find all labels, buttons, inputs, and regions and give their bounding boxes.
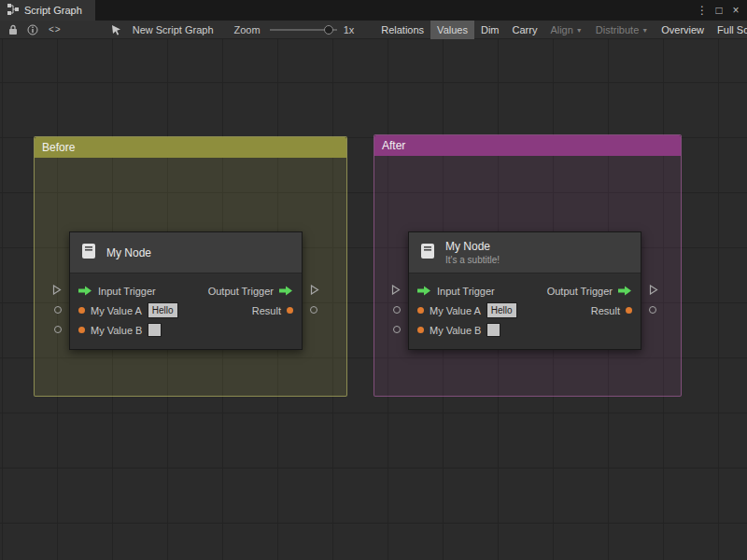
result-port-icon[interactable]	[626, 307, 632, 314]
value-b-field[interactable]	[148, 323, 162, 337]
external-value-port-left[interactable]	[393, 306, 401, 314]
script-graph-window: Script Graph ⋮ □ × <> New Script Graph Z…	[0, 0, 747, 560]
overview-button[interactable]: Overview	[655, 21, 711, 39]
node-subtitle: It's a subtitle!	[445, 255, 500, 265]
graph-name-group: New Script Graph	[103, 21, 214, 39]
value-port-icon[interactable]	[78, 307, 85, 314]
tab-title: Script Graph	[24, 5, 82, 16]
external-value-port-right[interactable]	[310, 306, 317, 314]
port-label-result: Result	[252, 305, 281, 316]
lock-icon[interactable]	[4, 21, 22, 39]
tab-bar: Script Graph ⋮ □ ×	[0, 0, 747, 21]
graph-name[interactable]: New Script Graph	[133, 24, 214, 35]
result-port-icon[interactable]	[287, 307, 293, 314]
value-a-field[interactable]: Hello	[486, 302, 517, 318]
port-label-output-trigger: Output Trigger	[208, 286, 274, 297]
full-screen-button[interactable]: Full Screen	[711, 21, 747, 39]
zoom-group: Zoom 1x	[234, 23, 355, 36]
external-trigger-port-left[interactable]	[52, 285, 62, 295]
node-title: My Node	[445, 240, 500, 253]
group-before-title: Before	[42, 141, 75, 154]
info-icon[interactable]	[22, 21, 43, 39]
code-icon[interactable]: <>	[43, 21, 67, 39]
dim-button[interactable]: Dim	[474, 21, 506, 39]
window-maximize-icon[interactable]: □	[712, 0, 726, 21]
values-button[interactable]: Values	[430, 21, 474, 39]
tab-script-graph[interactable]: Script Graph	[0, 0, 95, 21]
zoom-slider-handle[interactable]	[324, 25, 333, 35]
value-port-icon[interactable]	[417, 327, 424, 333]
value-port-icon[interactable]	[417, 307, 424, 314]
graph-toolbar: <> New Script Graph Zoom 1x Relations Va…	[0, 21, 747, 39]
port-label-value-a: My Value A	[430, 305, 481, 316]
window-close-icon[interactable]: ×	[728, 0, 743, 21]
port-label-value-b: My Value B	[430, 325, 481, 336]
port-label-output-trigger: Output Trigger	[547, 286, 613, 297]
external-value-port-left[interactable]	[54, 326, 62, 333]
port-label-result: Result	[591, 305, 620, 316]
external-trigger-port-left[interactable]	[391, 285, 401, 295]
value-b-field[interactable]	[486, 323, 500, 337]
graph-pointer-icon	[106, 21, 127, 39]
node-title: My Node	[106, 246, 151, 259]
node-my-node-before[interactable]: My Node Input Trigger Output Trigger	[69, 231, 303, 350]
window-controls: ⋮ □ ×	[695, 0, 747, 21]
unit-icon	[418, 242, 437, 264]
toolbar-buttons: Relations Values Dim Carry Align▼ Distri…	[374, 21, 747, 39]
zoom-label: Zoom	[234, 24, 261, 35]
window-menu-icon[interactable]: ⋮	[695, 0, 710, 21]
chevron-down-icon: ▼	[641, 27, 648, 34]
trigger-out-icon[interactable]	[279, 286, 293, 296]
trigger-out-icon[interactable]	[618, 286, 632, 296]
align-button[interactable]: Align▼	[543, 21, 588, 39]
port-label-input-trigger: Input Trigger	[98, 286, 156, 297]
carry-button[interactable]: Carry	[506, 21, 544, 39]
zoom-slider[interactable]	[270, 23, 337, 36]
chevron-down-icon: ▼	[576, 27, 583, 34]
external-value-port-right[interactable]	[649, 306, 656, 314]
trigger-in-icon[interactable]	[417, 286, 431, 296]
value-port-icon[interactable]	[78, 327, 85, 333]
group-before-header[interactable]: Before	[35, 137, 346, 158]
group-after-title: After	[382, 139, 405, 152]
port-label-value-b: My Value B	[91, 325, 142, 336]
external-trigger-port-right[interactable]	[310, 285, 319, 295]
port-label-input-trigger: Input Trigger	[437, 286, 495, 297]
relations-button[interactable]: Relations	[374, 21, 430, 39]
external-value-port-left[interactable]	[54, 306, 62, 314]
node-header[interactable]: My Node It's a subtitle!	[409, 232, 641, 273]
value-a-field[interactable]: Hello	[148, 302, 178, 318]
group-after-header[interactable]: After	[374, 135, 681, 156]
node-my-node-after[interactable]: My Node It's a subtitle! Input Trigger O…	[408, 231, 641, 350]
distribute-button[interactable]: Distribute▼	[589, 21, 655, 39]
external-value-port-left[interactable]	[393, 326, 401, 333]
graph-icon	[7, 4, 19, 17]
node-header[interactable]: My Node	[70, 232, 302, 273]
external-trigger-port-right[interactable]	[649, 285, 658, 295]
zoom-value: 1x	[344, 24, 355, 35]
graph-canvas[interactable]: Before After My Node	[0, 39, 747, 560]
unit-icon	[79, 242, 98, 264]
port-label-value-a: My Value A	[91, 305, 142, 316]
trigger-in-icon[interactable]	[78, 286, 92, 296]
